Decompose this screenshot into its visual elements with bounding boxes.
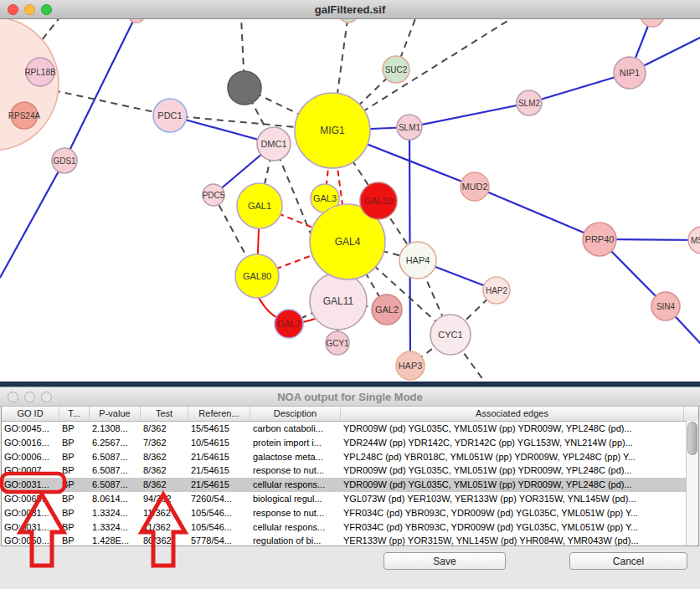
- network-node-mud2[interactable]: MUD2: [461, 172, 489, 201]
- svg-text:GAL4: GAL4: [335, 236, 361, 248]
- network-node-slm1[interactable]: SLM1: [397, 115, 422, 140]
- network-edge[interactable]: [409, 103, 529, 127]
- table-cell: 21/54615: [188, 464, 250, 478]
- network-node-gds1[interactable]: GDS1: [52, 148, 77, 173]
- table-cell: GO:0065...: [2, 492, 59, 506]
- svg-text:CYC1: CYC1: [438, 330, 462, 340]
- network-canvas[interactable]: RPL18BRPS24AGDS1PDC1DMC1MIG1SUC2SLM1SLM2…: [0, 0, 700, 382]
- table-row[interactable]: GO:0031...BP1.3324...11/362105/546...res…: [2, 506, 698, 520]
- network-node-graynode[interactable]: [228, 71, 261, 105]
- network-node-sin4[interactable]: SIN4: [651, 292, 680, 320]
- traffic-lights[interactable]: [0, 4, 52, 15]
- table-body: GO:0045...BP2.1308...8/36215/54615carbon…: [2, 422, 698, 546]
- network-node-nip1[interactable]: NIP1: [614, 57, 646, 89]
- table-cell: BP: [59, 478, 90, 492]
- noa-window-titlebar[interactable]: NOA output for Single Mode: [0, 387, 700, 407]
- table-cell: YPL248C (pd) YBR018C, YML051W (pp) YDR00…: [341, 450, 684, 464]
- traffic-light[interactable]: [8, 4, 18, 15]
- network-node-suc2[interactable]: SUC2: [383, 56, 409, 83]
- svg-text:GAL3: GAL3: [313, 193, 337, 203]
- table-row[interactable]: GO:0045...BP2.1308...8/36215/54615carbon…: [2, 422, 698, 436]
- column-header-desciption[interactable]: Desciption: [250, 407, 341, 421]
- network-graph[interactable]: RPL18BRPS24AGDS1PDC1DMC1MIG1SUC2SLM1SLM2…: [0, 0, 700, 382]
- table-cell: BP: [59, 534, 90, 546]
- network-edge[interactable]: [54, 90, 170, 115]
- network-node-gcy1[interactable]: GCY1: [326, 331, 349, 355]
- network-node-gal2[interactable]: GAL2: [372, 294, 402, 325]
- table-row[interactable]: GO:0007...BP6.5087...8/36221/54615respon…: [2, 464, 698, 478]
- table-cell: 94/362: [141, 492, 188, 506]
- svg-text:NIP1: NIP1: [620, 68, 640, 78]
- network-node-hap3[interactable]: HAP3: [396, 351, 425, 380]
- network-node-cyc1[interactable]: CYC1: [430, 315, 471, 355]
- network-edge[interactable]: [64, 14, 136, 161]
- svg-text:GDS1: GDS1: [53, 156, 76, 166]
- table-cell: 1.428E...: [90, 534, 141, 546]
- traffic-light[interactable]: [41, 392, 52, 402]
- table-row[interactable]: GO:0016...BP6.2567...7/36210/54615protei…: [2, 436, 698, 450]
- table-cell: BP: [59, 492, 90, 506]
- traffic-light[interactable]: [24, 4, 35, 15]
- network-node-bigpale[interactable]: [0, 17, 59, 151]
- traffic-light[interactable]: [24, 392, 35, 402]
- table-cell: BP: [59, 520, 90, 535]
- table-cell: 21/54615: [188, 478, 250, 492]
- column-header-test[interactable]: Test: [141, 407, 188, 421]
- results-table[interactable]: GO IDT...P-valueTestReferen...Desciption…: [1, 406, 699, 546]
- network-node-gal10[interactable]: GAL10: [360, 182, 397, 219]
- table-cell: GO:0016...: [2, 436, 59, 450]
- network-node-gal11[interactable]: GAL11: [310, 273, 367, 330]
- network-node-prp40[interactable]: PRP40: [583, 223, 616, 256]
- column-header-associated-edges[interactable]: Associated edges: [341, 407, 684, 421]
- table-row[interactable]: GO:0031...BP1.3324...11/362105/546...cel…: [2, 520, 698, 535]
- network-node-pdc5[interactable]: PDC5: [203, 184, 225, 206]
- table-cell: 6.5087...: [90, 450, 141, 464]
- table-cell: BP: [59, 436, 90, 450]
- svg-text:PDC5: PDC5: [203, 191, 225, 200]
- table-cell: 80/362: [141, 534, 188, 546]
- column-header-p-value[interactable]: P-value: [90, 407, 141, 421]
- network-node-dmc1[interactable]: DMC1: [257, 127, 291, 161]
- svg-text:RPL18B: RPL18B: [24, 68, 56, 77]
- scrollbar-thumb[interactable]: [687, 422, 697, 455]
- table-cell: 5778/54...: [188, 534, 250, 546]
- cancel-button[interactable]: Cancel: [569, 552, 687, 570]
- table-cell: biological regul...: [250, 492, 341, 506]
- svg-text:MIG1: MIG1: [320, 125, 345, 136]
- table-cell: BP: [59, 464, 90, 478]
- network-node-hap2[interactable]: HAP2: [483, 277, 510, 304]
- network-window-titlebar[interactable]: galFiltered.sif: [0, 0, 700, 19]
- table-cell: 6.5087...: [90, 464, 141, 478]
- table-cell: 1.3324...: [90, 506, 141, 520]
- traffic-light[interactable]: [8, 392, 18, 402]
- network-node-mig1[interactable]: MIG1: [295, 93, 370, 168]
- network-node-gal80[interactable]: GAL80: [235, 254, 279, 298]
- network-node-pdc1[interactable]: PDC1: [153, 99, 187, 132]
- svg-text:GAL1: GAL1: [248, 201, 271, 211]
- svg-text:DMC1: DMC1: [260, 139, 286, 149]
- table-row[interactable]: GO:0006...BP6.5087...8/36221/54615galact…: [2, 450, 698, 464]
- table-cell: 7/362: [141, 436, 188, 450]
- network-node-gal1[interactable]: GAL1: [237, 183, 282, 228]
- network-edge[interactable]: [475, 187, 600, 239]
- column-header-t-[interactable]: T...: [59, 407, 90, 421]
- table-cell: BP: [59, 506, 90, 520]
- traffic-lights-inactive[interactable]: [0, 392, 52, 402]
- column-header-go-id[interactable]: GO ID: [2, 407, 59, 421]
- network-node-msl1[interactable]: MSL1: [688, 227, 700, 254]
- save-button[interactable]: Save: [383, 552, 506, 570]
- table-cell: GO:0045...: [2, 422, 59, 436]
- traffic-light[interactable]: [41, 4, 52, 15]
- table-cell: 8/362: [141, 422, 188, 436]
- table-cell: 6.2567...: [90, 436, 141, 450]
- network-node-gal7[interactable]: GAL7: [275, 310, 303, 338]
- table-row[interactable]: GO:0031...BP6.5087...8/36221/54615cellul…: [2, 478, 698, 492]
- table-cell: galactose meta...: [250, 450, 341, 464]
- table-row[interactable]: GO:0065...BP8.0614...94/3627260/54...bio…: [2, 492, 698, 506]
- network-node-slm2[interactable]: SLM2: [517, 90, 542, 115]
- network-node-hap4[interactable]: HAP4: [399, 242, 436, 279]
- network-edge[interactable]: [0, 161, 64, 278]
- table-row[interactable]: GO:0050...BP1.428E...80/3625778/54...reg…: [2, 534, 698, 546]
- column-header-referen-[interactable]: Referen...: [188, 407, 250, 421]
- table-scrollbar[interactable]: [686, 421, 698, 545]
